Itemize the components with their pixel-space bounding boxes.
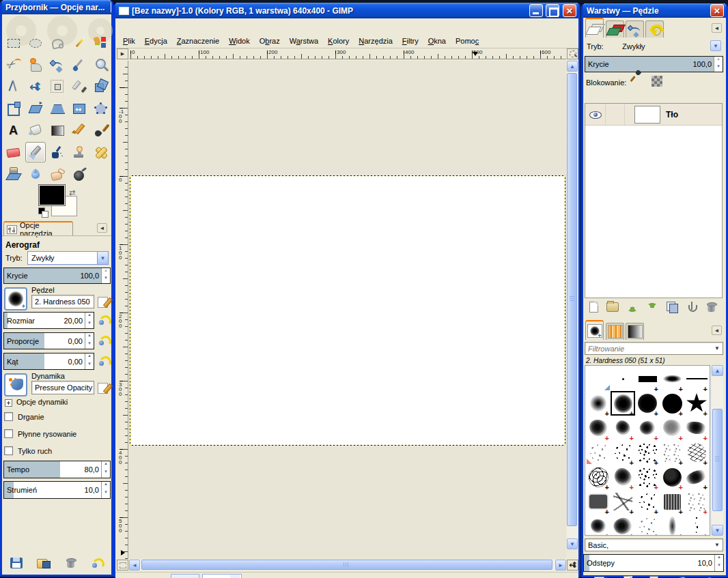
spacing-slider[interactable]: Odstępy 10,0 ▲▼ xyxy=(583,554,724,572)
lock-alpha-button[interactable] xyxy=(652,76,662,87)
aspect-spinner[interactable]: ▲▼ xyxy=(85,333,94,349)
vertical-scrollbar-thumb[interactable] xyxy=(567,73,577,526)
raise-layer-button[interactable] xyxy=(625,300,640,314)
brush-tag-select[interactable]: Basic, ▼ xyxy=(585,538,723,551)
perspective-tool[interactable] xyxy=(47,98,68,119)
angle-spinner[interactable]: ▲▼ xyxy=(85,353,94,369)
unit-select[interactable]: px ▼ xyxy=(171,574,199,578)
brush-item[interactable] xyxy=(635,416,660,440)
rate-spinner[interactable]: ▲▼ xyxy=(101,461,110,478)
brush-item[interactable] xyxy=(635,465,660,489)
tab-undo-history[interactable] xyxy=(645,20,664,38)
layer-mode-value[interactable]: Zwykły xyxy=(622,42,645,50)
edit-dynamics-button[interactable] xyxy=(97,381,111,394)
maximize-button[interactable] xyxy=(546,4,559,17)
brush-scroll-up-button[interactable]: ▲ xyxy=(712,365,723,376)
close-button[interactable] xyxy=(563,4,576,17)
layer-link-cell[interactable] xyxy=(606,104,625,125)
dock-titlebar[interactable]: Warstwy — Pędzle xyxy=(583,3,726,18)
opacity-spinner[interactable]: ▲▼ xyxy=(101,268,110,283)
brush-item[interactable] xyxy=(684,366,709,391)
menu-edycja[interactable]: Edycja xyxy=(140,35,172,47)
smudge-tool[interactable] xyxy=(47,164,68,184)
brush-item[interactable] xyxy=(611,514,635,536)
brush-item[interactable] xyxy=(611,366,635,391)
rectangle-select-tool[interactable] xyxy=(3,33,24,53)
horizontal-scrollbar[interactable] xyxy=(140,560,555,570)
layer-visibility-toggle[interactable] xyxy=(585,104,606,125)
new-layer-group-button[interactable] xyxy=(605,300,620,314)
select-by-color-tool[interactable] xyxy=(91,33,111,53)
tab-channels[interactable] xyxy=(606,20,624,38)
dynamics-name-field[interactable]: Pressure Opacity xyxy=(31,381,94,394)
crop-tool[interactable] xyxy=(69,76,89,97)
fuzzy-select-tool[interactable] xyxy=(69,33,89,53)
tab-brushes[interactable] xyxy=(585,320,604,340)
opacity-slider[interactable]: Krycie 100,0 ▲▼ xyxy=(3,268,111,284)
brush-item[interactable] xyxy=(660,440,684,465)
dynamics-preview[interactable] xyxy=(4,373,27,396)
flip-tool[interactable] xyxy=(69,98,89,119)
brush-item[interactable] xyxy=(660,391,684,416)
color-picker-tool[interactable] xyxy=(69,55,89,75)
restore-tool-options-button[interactable] xyxy=(36,556,51,570)
brush-item[interactable] xyxy=(611,465,635,489)
chevron-down-icon[interactable]: ▼ xyxy=(714,345,720,351)
jitter-checkbox[interactable] xyxy=(4,412,13,421)
brush-item[interactable] xyxy=(586,366,611,391)
tab-tool-options[interactable]: Opcje narzędzia xyxy=(3,221,73,236)
foreground-select-tool[interactable] xyxy=(25,55,46,75)
airbrush-tool[interactable] xyxy=(25,142,46,162)
delete-tool-options-button[interactable] xyxy=(64,556,79,570)
duplicate-brush-button[interactable] xyxy=(647,575,662,578)
menu-plik[interactable]: Plik xyxy=(118,35,140,47)
menu-kolory[interactable]: Kolory xyxy=(323,35,354,47)
panel-menu-button[interactable]: ◄ xyxy=(712,23,722,33)
lower-layer-button[interactable] xyxy=(645,300,660,314)
flow-spinner[interactable]: ▲▼ xyxy=(101,482,110,498)
foreground-color-swatch[interactable] xyxy=(39,185,65,205)
rate-slider[interactable]: Tempo 80,0 ▲▼ xyxy=(3,461,111,478)
brush-item[interactable] xyxy=(635,391,660,416)
new-layer-button[interactable] xyxy=(586,300,601,314)
zoom-tool[interactable] xyxy=(91,55,111,75)
menu-narzedzia[interactable]: Narzędzia xyxy=(354,35,397,47)
reset-aspect-button[interactable] xyxy=(98,335,110,346)
brush-item[interactable] xyxy=(635,489,660,514)
spacing-spinner[interactable]: ▲▼ xyxy=(714,555,723,571)
edit-brush-button[interactable] xyxy=(593,575,608,578)
brush-item[interactable] xyxy=(684,465,709,489)
vertical-scrollbar[interactable] xyxy=(567,72,578,538)
horizontal-ruler[interactable]: 0 100 200 300 400 500 600 xyxy=(129,48,566,59)
shear-tool[interactable] xyxy=(25,98,46,119)
brush-filter-input[interactable] xyxy=(588,345,704,353)
bucket-fill-tool[interactable] xyxy=(25,120,46,141)
layer-opacity-slider[interactable]: Krycie 100,0 ▲▼ xyxy=(585,56,723,72)
brush-item[interactable] xyxy=(586,391,611,416)
scroll-left-button[interactable]: ◄ xyxy=(129,560,140,570)
ruler-corner-menu-button[interactable]: ▶ xyxy=(117,48,128,59)
close-button[interactable] xyxy=(710,4,724,17)
canvas[interactable] xyxy=(130,175,565,446)
eraser-tool[interactable] xyxy=(3,142,24,162)
brush-item[interactable] xyxy=(586,416,611,440)
brush-name-field[interactable]: 2. Hardness 050 xyxy=(31,295,94,308)
paintbrush-tool[interactable] xyxy=(91,120,111,141)
brush-item[interactable] xyxy=(660,366,684,391)
horizontal-scrollbar-thumb[interactable] xyxy=(141,560,552,570)
perspective-clone-tool[interactable] xyxy=(3,164,24,184)
blur-sharpen-tool[interactable] xyxy=(25,164,46,184)
menu-widok[interactable]: Widok xyxy=(224,35,255,47)
brush-item[interactable] xyxy=(611,416,635,440)
vertical-ruler[interactable]: -100 0 100 200 300 400 500 xyxy=(117,61,128,559)
delete-layer-button[interactable] xyxy=(704,300,719,314)
cage-transform-tool[interactable] xyxy=(91,98,111,119)
layer-opacity-spinner[interactable]: ▲▼ xyxy=(714,57,723,72)
dodge-burn-tool[interactable] xyxy=(69,164,89,184)
new-brush-button[interactable] xyxy=(620,575,635,578)
close-button[interactable] xyxy=(111,1,111,14)
brush-scrollbar[interactable] xyxy=(712,376,723,525)
smooth-stroke-checkbox[interactable] xyxy=(4,429,13,438)
paint-mode-select[interactable]: Zwykły ▼ xyxy=(27,251,109,265)
brush-item[interactable] xyxy=(684,440,709,465)
